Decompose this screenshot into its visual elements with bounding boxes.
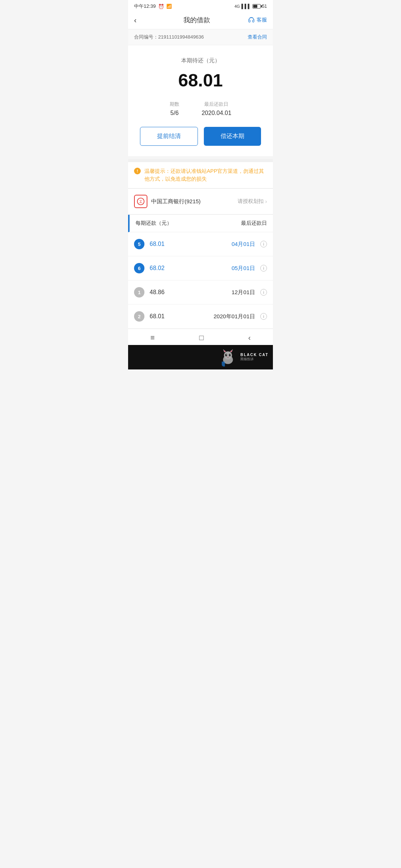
- headphone-icon: [248, 17, 255, 23]
- info-icon-2[interactable]: i: [260, 313, 267, 320]
- svg-point-4: [224, 351, 232, 359]
- page-title: 我的借款: [146, 16, 248, 24]
- bank-logo: 工: [134, 195, 147, 208]
- svg-point-11: [226, 355, 227, 355]
- section-divider: [128, 159, 273, 162]
- info-row: 期数 5/6 最后还款日 2020.04.01: [137, 101, 264, 116]
- svg-point-10: [229, 354, 231, 356]
- svg-point-9: [225, 354, 227, 356]
- repayment-table: 每期还款（元） 最后还款日 5 68.01 04月01日 i 6 68.02 0…: [128, 215, 273, 329]
- time-display: 中午12:39: [134, 3, 156, 10]
- table-row: 6 68.02 05月01日 i: [128, 256, 273, 280]
- status-right-area: 4G ▌▌▌ 51: [234, 4, 267, 9]
- row-number-6: 6: [134, 263, 144, 273]
- period-value: 5/6: [170, 110, 179, 116]
- header: ‹ 我的借款 客服: [128, 11, 273, 29]
- notice-bar: ! 温馨提示：还款请认准钱站APP官方渠道，勿通过其他方式，以免造成您的损失: [128, 162, 273, 188]
- row-amount-2: 68.01: [150, 313, 208, 320]
- period-info: 期数 5/6: [170, 101, 179, 116]
- bank-auth-text: 请授权划扣: [238, 198, 264, 205]
- col-amount-header: 每期还款（元）: [136, 220, 172, 227]
- info-icon-1[interactable]: i: [260, 289, 267, 296]
- table-row: 1 48.86 12月01日 i: [128, 280, 273, 305]
- row-number-1: 1: [134, 287, 144, 297]
- icbc-icon: 工: [137, 197, 145, 206]
- home-icon[interactable]: □: [199, 333, 203, 342]
- menu-icon[interactable]: ≡: [150, 333, 155, 342]
- bank-auth-button[interactable]: 请授权划扣 ›: [238, 198, 267, 205]
- bank-name: 中国工商银行(9215): [151, 198, 200, 205]
- warning-icon: !: [134, 168, 141, 174]
- row-amount-6: 68.02: [150, 265, 226, 272]
- back-button[interactable]: ‹: [134, 16, 146, 24]
- black-cat-label: BLACK CAT 黑猫投诉: [240, 353, 268, 362]
- battery-icon: [252, 4, 261, 9]
- customer-service-button[interactable]: 客服: [248, 17, 267, 23]
- bottom-navigation: ≡ □ ‹: [128, 329, 273, 345]
- row-date-1: 12月01日: [232, 289, 255, 296]
- row-amount-1: 48.86: [150, 289, 226, 296]
- svg-point-12: [230, 355, 231, 355]
- contract-number: 合同编号：21911101994849636: [134, 34, 204, 40]
- service-label: 客服: [257, 17, 267, 23]
- table-row: 2 68.01 2020年01月01日 i: [128, 305, 273, 329]
- back-nav-icon[interactable]: ‹: [248, 333, 251, 342]
- amount-value: 68.01: [137, 70, 264, 91]
- bank-row: 工 中国工商银行(9215) 请授权划扣 ›: [128, 189, 273, 214]
- row-number-5: 5: [134, 239, 144, 249]
- period-label: 期数: [170, 101, 179, 108]
- main-card: 本期待还（元） 68.01 期数 5/6 最后还款日 2020.04.01 提前…: [128, 45, 273, 156]
- signal-text: 4G: [234, 4, 240, 9]
- action-buttons: 提前结清 偿还本期: [137, 127, 264, 146]
- table-row: 5 68.01 04月01日 i: [128, 232, 273, 256]
- due-date-label: 最后还款日: [202, 101, 231, 108]
- pay-now-button[interactable]: 偿还本期: [204, 127, 261, 146]
- alarm-icon: ⏰: [158, 4, 164, 9]
- notice-text: 温馨提示：还款请认准钱站APP官方渠道，勿通过其他方式，以免造成您的损失: [144, 167, 267, 183]
- battery-level: 51: [262, 4, 267, 9]
- row-date-2: 2020年01月01日: [213, 313, 255, 320]
- col-date-header: 最后还款日: [241, 220, 267, 227]
- amount-label: 本期待还（元）: [137, 57, 264, 64]
- row-date-5: 04月01日: [232, 241, 255, 248]
- row-amount-5: 68.01: [150, 241, 226, 247]
- early-settle-button[interactable]: 提前结清: [140, 127, 198, 146]
- bank-info: 工 中国工商银行(9215): [134, 195, 200, 208]
- table-header-row: 每期还款（元） 最后还款日: [128, 215, 273, 232]
- info-icon-6[interactable]: i: [260, 265, 267, 272]
- sim-icon: 📶: [166, 4, 172, 9]
- info-icon-5[interactable]: i: [260, 241, 267, 247]
- status-time-area: 中午12:39 ⏰ 📶: [134, 3, 172, 10]
- black-cat-logo: [219, 348, 237, 366]
- row-date-6: 05月01日: [232, 265, 255, 272]
- view-contract-link[interactable]: 查看合同: [248, 34, 267, 40]
- due-date-value: 2020.04.01: [202, 110, 231, 116]
- due-date-info: 最后还款日 2020.04.01: [202, 101, 231, 116]
- svg-text:工: 工: [139, 200, 142, 204]
- row-number-2: 2: [134, 311, 144, 322]
- status-bar: 中午12:39 ⏰ 📶 4G ▌▌▌ 51: [128, 0, 273, 11]
- chevron-right-icon: ›: [265, 198, 267, 204]
- contract-bar: 合同编号：21911101994849636 查看合同: [128, 29, 273, 45]
- black-cat-watermark: BLACK CAT 黑猫投诉: [128, 345, 273, 369]
- signal-bars-icon: ▌▌▌: [241, 4, 251, 9]
